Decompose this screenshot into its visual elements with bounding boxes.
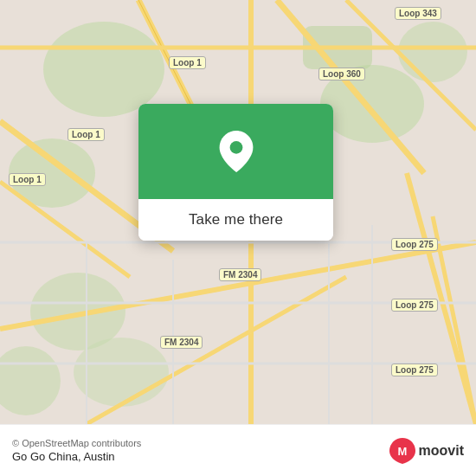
map-container: Loop 343 Loop 1 Loop 1 Loop 1 Loop 360 F… (0, 0, 476, 476)
road-label-loop275a: Loop 275 (391, 238, 438, 251)
moovit-text: moovit (419, 443, 464, 459)
location-pin-icon (218, 131, 254, 172)
moovit-icon: M (389, 438, 415, 464)
svg-text:M: M (397, 445, 407, 458)
svg-point-6 (0, 346, 61, 415)
place-name: Go Go China, Austin (12, 450, 141, 463)
road-label-fm2304a: FM 2304 (219, 268, 261, 281)
road-label-loop275c: Loop 275 (391, 363, 438, 376)
svg-point-28 (229, 141, 242, 154)
road-label-loop1b: Loop 1 (68, 128, 105, 141)
road-label-loop275b: Loop 275 (391, 299, 438, 312)
popup-card: Take me there (138, 104, 333, 241)
road-label-loop1c: Loop 1 (9, 173, 46, 186)
road-label-loop343: Loop 343 (395, 7, 441, 20)
map-attribution: © OpenStreetMap contributors (12, 438, 141, 448)
svg-point-7 (74, 338, 169, 407)
road-label-fm2304b: FM 2304 (160, 336, 203, 349)
svg-point-0 (43, 22, 164, 117)
road-label-loop1a: Loop 1 (169, 56, 206, 69)
svg-point-3 (398, 22, 467, 82)
take-me-there-button[interactable]: Take me there (138, 199, 333, 241)
popup-header (138, 104, 333, 199)
bottom-bar: © OpenStreetMap contributors Go Go China… (0, 424, 476, 476)
road-label-loop360: Loop 360 (318, 68, 365, 80)
moovit-logo: M moovit (389, 438, 464, 464)
